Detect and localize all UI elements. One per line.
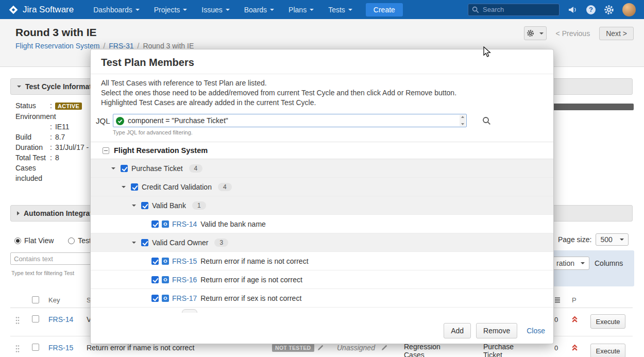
breadcrumb-project-link[interactable]: Flight Reservation System [15,42,99,50]
jql-hint: Type JQL for advanced filtering. [113,129,543,135]
nav-plans[interactable]: Plans [289,6,314,14]
info-row-total-tests: Total Test Cases included:8 [15,152,98,183]
chevron-down-icon[interactable] [120,186,127,188]
close-link[interactable]: Close [527,327,545,335]
test-case-icon [162,276,169,283]
intro-line: Highlighted Test Cases are already added… [101,98,543,108]
priority-highest-icon [571,315,579,325]
test-case-icon [162,295,169,302]
test-case-key-link[interactable]: FRS-16 [172,276,197,284]
cycle-settings-dropdown[interactable] [524,26,547,40]
chevron-down-icon [581,262,585,264]
collapse-icon[interactable] [103,147,109,154]
checkbox-checked[interactable] [151,295,159,302]
dialog-description: All Test Cases with reference to Test Pl… [91,74,553,108]
page-size-label: Page size: [558,235,591,244]
colon: : [50,123,52,131]
test-case-key-link[interactable]: FRS-17 [172,294,197,302]
gear-icon[interactable] [604,5,614,15]
execute-button[interactable]: Execute [590,314,625,329]
info-value: 8 [55,154,59,162]
pencil-icon[interactable] [381,344,387,352]
remove-button[interactable]: Remove [476,323,517,338]
nav-projects[interactable]: Projects [154,6,188,14]
announcement-icon[interactable] [568,5,578,14]
cycle-info-list: Status:ACTIVE Environment:IE11 Build:8.7… [15,100,98,183]
select-all-checkbox[interactable] [32,296,39,303]
info-row-status: Status:ACTIVE [15,100,98,111]
checkbox-checked[interactable] [141,239,148,246]
page-size-select[interactable]: 500 [596,233,628,246]
page-size-control: Page size: 500 [558,233,629,246]
jql-input[interactable]: component = "Purchase Ticket" [113,114,467,127]
info-value: 8.7 [55,133,65,141]
add-button[interactable]: Add [444,323,471,338]
flat-view-label: Flat View [24,236,54,245]
assignee: Unassigned [337,344,375,352]
pencil-icon[interactable] [317,344,324,352]
test-case-tree: Flight Reservation System Purchase Ticke… [91,142,553,313]
test-type: Regression Cases [404,343,455,357]
checkbox-checked[interactable] [151,258,159,265]
checkbox-checked[interactable] [151,276,159,283]
tree-folder-row: Valid Bank 1 [91,196,553,215]
chevron-down-icon[interactable] [130,205,137,207]
app-root: Jira Software Dashboards Projects Issues… [0,0,644,357]
row-checkbox[interactable] [32,315,39,322]
drag-handle-icon[interactable] [15,345,20,354]
columns-button[interactable]: Columns [595,259,623,267]
search-input[interactable] [468,4,560,16]
checkbox-checked[interactable] [151,220,159,228]
chevron-down-icon[interactable] [130,242,137,244]
test-case-key-link[interactable]: FRS-14 [172,220,197,228]
tree-root-row: Flight Reservation System [91,142,553,159]
chevron-down-icon[interactable] [110,167,116,169]
flat-view-radio[interactable]: Flat View [14,236,54,245]
create-button[interactable]: Create [366,3,403,16]
nav-issues[interactable]: Issues [201,6,229,14]
scroll-down-icon [461,123,464,125]
issue-key-link[interactable]: FRS-15 [48,344,73,352]
checkbox-checked[interactable] [131,183,138,191]
info-label: Duration [15,142,50,152]
row-checkbox[interactable] [32,344,39,351]
info-value: IE11 [55,123,70,131]
drag-handle-icon[interactable] [15,316,20,326]
issue-key-link[interactable]: FRS-14 [48,315,73,324]
jql-row: JQL component = "Purchase Ticket" [96,114,543,127]
nav-issues-label: Issues [201,6,222,14]
checkbox-checked[interactable] [141,202,148,209]
checkbox-checked[interactable] [121,165,128,172]
column-key[interactable]: Key [48,296,60,304]
jira-home-link[interactable]: Jira Software [8,5,74,15]
jql-query-text: component = "Purchase Ticket" [128,116,228,125]
execution-status-badge: NOT TESTED [272,344,314,352]
jql-search-icon[interactable] [482,116,491,127]
count-badge: 3 [214,239,228,247]
intro-line: Select the ones those need to be added/r… [101,88,543,98]
nav-tests[interactable]: Tests [328,6,352,14]
jql-valid-icon [116,117,124,127]
colon: : [50,133,52,141]
tree-folder-row: Purchase Ticket 4 [91,159,553,178]
execution-count: 0 [554,344,558,352]
jql-label: JQL [96,114,113,125]
execute-button[interactable]: Execute [590,344,625,357]
tree-testcase-row: FRS-15 Return error if name is not corre… [91,252,553,270]
test-case-key-link[interactable]: FRS-15 [172,257,197,265]
dialog-footer: Add Remove Close [444,323,545,338]
help-icon[interactable]: ? [586,5,596,14]
info-label: Total Test Cases included [15,152,50,183]
folder-label: Purchase Ticket [131,164,183,173]
nav-dashboards[interactable]: Dashboards [93,6,140,14]
next-button[interactable]: Next > [599,27,634,40]
column-priority[interactable]: P [572,296,577,304]
previous-link[interactable]: < Previous [556,29,590,38]
help-glyph: ? [586,5,596,14]
chevron-down-icon [135,9,140,11]
jql-scrollbar[interactable] [460,115,466,126]
user-avatar[interactable] [622,3,636,16]
priority-highest-icon [571,344,579,353]
info-label: Build [15,132,50,142]
nav-boards[interactable]: Boards [244,6,274,14]
